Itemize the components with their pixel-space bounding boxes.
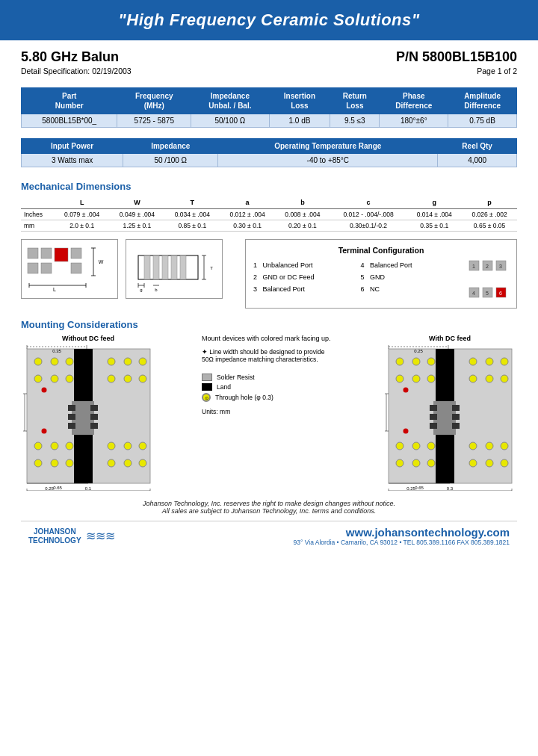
- mounting-section-title: Mounting Considerations: [21, 319, 517, 330]
- input-col-power: Input Power: [22, 139, 123, 154]
- svg-text:6: 6: [499, 291, 502, 296]
- svg-text:1: 1: [472, 264, 475, 269]
- without-dc-svg: 0.65 0.35 1.0 0.5 0.1 0.25: [23, 345, 154, 491]
- svg-point-99: [396, 375, 404, 382]
- svg-point-98: [427, 358, 435, 365]
- svg-rect-57: [90, 405, 98, 411]
- svg-text:2: 2: [486, 264, 489, 269]
- mount-note2: ✦ Line width should be designed to provi…: [202, 348, 336, 363]
- svg-point-115: [486, 375, 493, 382]
- land-label: Land: [217, 383, 231, 391]
- mechanical-table: L W T a b c g p Inches 0.079 ± .004 0.04…: [21, 196, 517, 232]
- svg-text:0.35: 0.35: [52, 349, 61, 353]
- with-dc-diagram: With DC feed: [383, 335, 517, 492]
- svg-point-97: [412, 358, 420, 365]
- mech-label-mm: mm: [21, 220, 55, 232]
- svg-rect-106: [430, 414, 437, 420]
- mech-row-inches: Inches 0.079 ± .004 0.049 ± .004 0.034 ±…: [21, 209, 517, 220]
- logo-icon: JOHANSON TECHNOLOGY: [28, 527, 81, 545]
- svg-text:b: b: [155, 288, 158, 292]
- terminal-item-6: 6 NC: [361, 283, 463, 295]
- svg-point-112: [486, 358, 493, 365]
- svg-point-119: [427, 442, 435, 450]
- svg-rect-105: [430, 405, 437, 411]
- svg-point-61: [124, 358, 132, 365]
- svg-point-66: [34, 442, 42, 450]
- part-number: P/N 5800BL15B100: [396, 49, 517, 65]
- svg-rect-1: [41, 248, 52, 258]
- logo-line1: JOHANSON: [34, 527, 76, 536]
- mech-row-mm: mm 2.0 ± 0.1 1.25 ± 0.1 0.85 ± 0.1 0.30 …: [21, 220, 517, 232]
- disclaimer-1: Johanson Technology, Inc. reserves the r…: [21, 500, 517, 507]
- specs-ins: 1.0 dB: [269, 114, 330, 128]
- svg-rect-17: [153, 255, 159, 279]
- through-hole-icon: ⊙: [202, 393, 211, 402]
- svg-point-46: [51, 358, 58, 365]
- legend-solder-resist: Solder Resist: [202, 374, 336, 381]
- svg-point-62: [139, 358, 146, 365]
- mech-col-b: b: [275, 196, 330, 209]
- svg-text:0.25: 0.25: [45, 486, 54, 491]
- page-title: 5.80 GHz Balun: [21, 49, 119, 65]
- mechanical-section-title: Mechanical Dimensions: [21, 181, 517, 192]
- website-url[interactable]: www.johansontechnology.com: [294, 526, 510, 539]
- specs-row: 5800BL15B*00_ 5725 - 5875 50/100 Ω 1.0 d…: [22, 114, 517, 128]
- svg-text:5: 5: [486, 291, 489, 296]
- input-col-temp: Operating Temperature Range: [218, 139, 438, 154]
- svg-rect-18: [162, 255, 168, 279]
- land-icon: [202, 383, 212, 391]
- svg-point-96: [396, 358, 404, 365]
- mech-col-c: c: [330, 196, 407, 209]
- page-info: Page 1 of 2: [477, 66, 517, 75]
- input-col-reel: Reel Qty: [438, 139, 517, 154]
- top-view-svg: L W: [26, 244, 114, 295]
- svg-text:W: W: [99, 259, 104, 264]
- svg-text:g: g: [140, 288, 142, 292]
- specs-phase: 180°±6°: [380, 114, 448, 128]
- svg-rect-107: [430, 423, 437, 429]
- svg-point-117: [396, 442, 404, 450]
- svg-point-69: [34, 459, 42, 467]
- svg-point-116: [501, 375, 508, 382]
- diagrams-row: L W g: [21, 239, 517, 309]
- terminal-item-2: 2 GND or DC Feed: [253, 271, 355, 283]
- svg-point-118: [412, 442, 420, 450]
- svg-point-103: [403, 429, 408, 434]
- with-dc-svg: 0.65 0.25 1.0 0.7 0.3 0.25: [385, 345, 516, 491]
- svg-text:3: 3: [499, 264, 502, 269]
- svg-point-111: [469, 358, 477, 365]
- svg-point-74: [139, 442, 146, 450]
- input-row: 3 Watts max 50 /100 Ω -40 to +85°C 4,000: [22, 154, 517, 167]
- svg-rect-5: [41, 263, 52, 273]
- svg-rect-59: [90, 423, 98, 429]
- mech-col-g: g: [406, 196, 462, 209]
- svg-rect-6: [71, 263, 81, 273]
- svg-text:0.25: 0.25: [406, 486, 415, 491]
- svg-point-120: [396, 459, 404, 467]
- svg-point-45: [34, 358, 42, 365]
- input-table: Input Power Impedance Operating Temperat…: [21, 138, 517, 167]
- terminal-config-title: Terminal Configuration: [253, 246, 509, 255]
- without-dc-title: Without DC feed: [21, 335, 155, 342]
- specs-table: PartNumber Frequency(MHz) ImpedanceUnbal…: [21, 87, 517, 128]
- svg-point-71: [66, 459, 73, 467]
- svg-point-47: [66, 358, 73, 365]
- detail-spec: Detail Specification: 02/19/2003: [21, 66, 132, 75]
- svg-rect-3: [71, 248, 81, 258]
- header-banner: "High Frequency Ceramic Solutions": [0, 0, 538, 40]
- specs-ret: 9.5 ≤3: [330, 114, 380, 128]
- terminal-svg: 1 2 3 4 5 6: [468, 259, 509, 300]
- specs-col-freq: Frequency(MHz): [117, 88, 191, 114]
- component-side-diagram: g b T: [126, 239, 223, 299]
- footer-address: 93° Via Alordia • Camarilo, CA 93012 • T…: [294, 539, 510, 546]
- svg-rect-109: [452, 414, 460, 420]
- mount-note1: Mount devices with colored mark facing u…: [202, 335, 336, 342]
- svg-rect-55: [68, 414, 75, 420]
- footer-disclaimer: Johanson Technology, Inc. reserves the r…: [21, 500, 517, 515]
- mech-col-a: a: [220, 196, 275, 209]
- svg-point-101: [427, 375, 435, 382]
- component-top-diagram: L W: [21, 239, 118, 299]
- side-view-svg: g b T: [131, 244, 219, 295]
- solder-resist-icon: [202, 374, 212, 381]
- svg-text:0.1: 0.1: [84, 486, 91, 491]
